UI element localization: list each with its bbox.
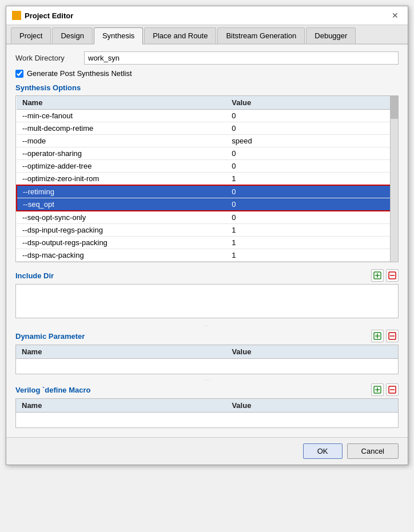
table-row[interactable]: --mult-decomp-retime0 <box>17 122 397 135</box>
tab-synthesis[interactable]: Synthesis <box>94 27 143 45</box>
table-row[interactable]: --seq_opt0 <box>17 198 397 211</box>
verilog-macro-buttons <box>371 383 399 396</box>
table-row[interactable]: --dsp-input-regs-packing1 <box>17 224 397 237</box>
window-title: Project Editor <box>25 11 73 20</box>
row-name: --operator-sharing <box>17 147 226 160</box>
row-value: 0 <box>226 262 397 262</box>
row-value: 1 <box>226 224 397 237</box>
row-value: 0 <box>226 147 397 160</box>
dynamic-parameter-add-button[interactable] <box>371 330 384 342</box>
row-value: 0 <box>226 160 397 173</box>
synthesis-options-table: Name Value --min-ce-fanout0--mult-decomp… <box>16 96 398 262</box>
tab-debugger[interactable]: Debugger <box>306 27 356 43</box>
tab-bitstream[interactable]: Bitstream Generation <box>217 27 305 43</box>
row-name: --retiming <box>17 185 226 198</box>
include-dir-header: Include Dir <box>15 269 399 282</box>
verilog-macro-table: Name Value <box>16 399 398 413</box>
title-bar-left: Project Editor <box>12 11 73 20</box>
verilog-macro-add-button[interactable] <box>371 383 384 396</box>
dynamic-parameter-table: Name Value <box>16 345 398 359</box>
scrollbar-thumb[interactable] <box>390 96 398 119</box>
table-row[interactable]: --modespeed <box>17 135 397 147</box>
include-dir-add-button[interactable] <box>371 269 384 282</box>
table-row[interactable]: --optimize-adder-tree0 <box>17 160 397 173</box>
close-button[interactable]: ✕ <box>388 10 402 21</box>
synthesis-options-title: Synthesis Options <box>15 83 399 92</box>
tab-place-route[interactable]: Place and Route <box>144 27 216 43</box>
vm-col-value: Value <box>226 399 398 413</box>
generate-netlist-checkbox[interactable] <box>15 70 23 78</box>
row-value: 0 <box>226 185 397 198</box>
add-icon <box>373 332 381 340</box>
row-name: --optimize-zero-init-rom <box>17 173 226 186</box>
add-icon <box>373 386 381 394</box>
row-name: --seq-opt-sync-only <box>17 211 226 224</box>
row-value: 0 <box>226 211 397 224</box>
include-dir-remove-button[interactable] <box>386 269 399 282</box>
dp-col-value: Value <box>226 345 398 359</box>
scrollbar-track[interactable] <box>390 96 398 262</box>
table-row[interactable]: --retiming0 <box>17 185 397 198</box>
col-header-value: Value <box>226 96 397 110</box>
table-row[interactable]: --operator-sharing0 <box>17 147 397 160</box>
tab-design[interactable]: Design <box>52 27 92 43</box>
tab-bar: Project Design Synthesis Place and Route… <box>6 25 408 45</box>
row-value: 0 <box>226 122 397 135</box>
synthesis-options-table-container: Name Value --min-ce-fanout0--mult-decomp… <box>15 95 399 262</box>
dynamic-parameter-header: Dynamic Parameter <box>15 330 399 342</box>
table-row[interactable]: --optimize-zero-init-rom1 <box>17 173 397 186</box>
col-header-name: Name <box>17 96 226 110</box>
dynamic-parameter-title: Dynamic Parameter <box>15 332 85 341</box>
row-name: --dsp-mac-packing <box>17 249 226 262</box>
row-value: 1 <box>226 173 397 186</box>
remove-icon <box>388 271 396 279</box>
generate-netlist-label: Generate Post Synthesis Netlist <box>27 69 132 78</box>
row-value: 1 <box>226 237 397 249</box>
dp-col-name: Name <box>16 345 226 359</box>
row-name: --dsp-output-regs-packing <box>17 237 226 249</box>
remove-icon <box>388 386 396 394</box>
row-value: speed <box>226 135 397 147</box>
content-area: Work Directory Generate Post Synthesis N… <box>6 45 408 437</box>
row-name: --insert-carry-skip <box>17 262 226 262</box>
row-name: --seq_opt <box>17 198 226 211</box>
dynamic-parameter-table-wrapper[interactable]: Name Value <box>16 345 398 374</box>
work-directory-row: Work Directory <box>15 51 399 65</box>
cancel-button[interactable]: Cancel <box>347 443 399 459</box>
row-value: 1 <box>226 249 397 262</box>
verilog-macro-remove-button[interactable] <box>386 383 399 396</box>
tab-project[interactable]: Project <box>11 27 51 43</box>
table-row[interactable]: --dsp-mac-packing1 <box>17 249 397 262</box>
add-icon <box>373 271 381 279</box>
row-name: --mode <box>17 135 226 147</box>
work-directory-label: Work Directory <box>15 54 78 62</box>
dynamic-parameter-table-container: Name Value <box>15 345 399 374</box>
resize-handle-1[interactable]: · · · <box>15 323 399 330</box>
footer: OK Cancel <box>6 437 408 465</box>
work-directory-input[interactable] <box>84 51 399 65</box>
table-row[interactable]: --seq-opt-sync-only0 <box>17 211 397 224</box>
ok-button[interactable]: OK <box>303 443 343 459</box>
dynamic-parameter-buttons <box>371 330 399 342</box>
row-name: --dsp-input-regs-packing <box>17 224 226 237</box>
include-dir-title: Include Dir <box>15 271 54 280</box>
synthesis-table-wrapper[interactable]: Name Value --min-ce-fanout0--mult-decomp… <box>16 96 398 262</box>
row-name: --mult-decomp-retime <box>17 122 226 135</box>
resize-handle-2[interactable]: · · · <box>15 377 399 383</box>
dynamic-parameter-remove-button[interactable] <box>386 330 399 342</box>
table-row[interactable]: --dsp-output-regs-packing1 <box>17 237 397 249</box>
table-row[interactable]: --min-ce-fanout0 <box>17 110 397 122</box>
table-row[interactable]: --insert-carry-skip0 <box>17 262 397 262</box>
verilog-macro-title: Verilog `define Macro <box>15 386 90 394</box>
vm-col-name: Name <box>16 399 226 413</box>
generate-netlist-row: Generate Post Synthesis Netlist <box>15 69 399 78</box>
include-dir-box[interactable] <box>15 284 399 318</box>
project-editor-window: Project Editor ✕ Project Design Synthesi… <box>6 6 408 465</box>
row-name: --min-ce-fanout <box>17 110 226 122</box>
row-value: 0 <box>226 110 397 122</box>
app-icon <box>12 11 21 20</box>
verilog-macro-table-wrapper[interactable]: Name Value <box>16 399 398 427</box>
row-name: --optimize-adder-tree <box>17 160 226 173</box>
remove-icon <box>388 332 396 340</box>
verilog-macro-header: Verilog `define Macro <box>15 383 399 396</box>
